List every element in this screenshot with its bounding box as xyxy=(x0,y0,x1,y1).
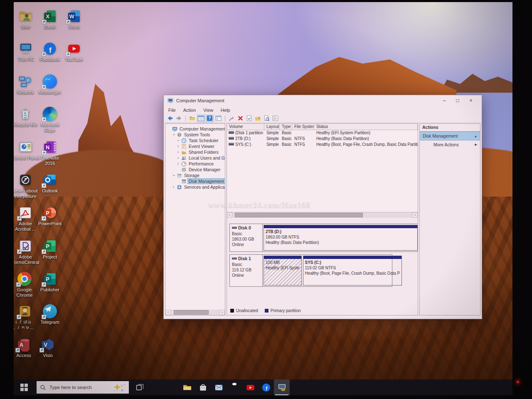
tree-item-device-manager[interactable]: Device Manager xyxy=(165,167,225,172)
taskbar-facebook[interactable]: f xyxy=(258,379,274,395)
tree-item-disk-management[interactable]: Disk Management xyxy=(165,178,225,184)
collapse-icon[interactable]: ▲ xyxy=(474,135,477,138)
menu-view[interactable]: View xyxy=(200,108,217,113)
tree-item-services-and-applications[interactable]: ›Services and Applications xyxy=(165,184,225,190)
scroll-right-icon[interactable]: › xyxy=(412,212,418,218)
column-header-file-system[interactable]: File System xyxy=(292,124,314,130)
scrollbar-thumb[interactable] xyxy=(235,213,362,217)
tree-horizontal-scrollbar[interactable]: ‹ › xyxy=(165,310,225,315)
actions-more-actions[interactable]: More Actions ▶ xyxy=(420,140,480,149)
disk-block-disk-0[interactable]: Disk 0Basic1863.00 GBOnline2TB (D:)1863.… xyxy=(229,224,418,252)
desktop-icon-khmer-app[interactable]: វេឌាឌក្រម... xyxy=(14,304,37,330)
desktop-icon-microsoft-edge[interactable]: Microsoft Edge xyxy=(37,107,62,133)
tree-item-task-scheduler[interactable]: ›Task Scheduler xyxy=(165,138,225,143)
disk-block-disk-1[interactable]: Disk 1Basic119.12 GBOnline100 MBHealthy … xyxy=(229,254,392,287)
search-doc-icon[interactable] xyxy=(263,115,270,122)
folder-up-icon[interactable] xyxy=(254,115,261,122)
scroll-left-icon[interactable]: ‹ xyxy=(165,310,171,315)
menu-file[interactable]: File xyxy=(165,108,180,113)
desktop-icon-access[interactable]: AAccess xyxy=(14,337,36,358)
scroll-left-icon[interactable]: ‹ xyxy=(227,212,232,218)
desktop-icon-outlook[interactable]: Outlook xyxy=(37,173,62,194)
desktop-icon-visio[interactable]: VVisio xyxy=(35,337,60,358)
desktop-icon-control-panel[interactable]: Control Panel xyxy=(14,140,38,161)
desktop-icon-word[interactable]: WWord xyxy=(62,9,86,30)
partition-2tb-d[interactable]: 2TB (D:)1863.00 GB NTFSHealthy (Basic Da… xyxy=(264,225,418,251)
desktop-icon-facebook[interactable]: fFacebook xyxy=(37,42,62,62)
disk-label[interactable]: Disk 1Basic119.12 GBOnline xyxy=(230,255,263,286)
desktop-icon-excel[interactable]: XExcel xyxy=(37,9,62,30)
volume-row[interactable]: SYS (C:)SimpleBasicNTFSHealthy (Boot, Pa… xyxy=(227,142,418,148)
desktop-icon-adobe-acrobat[interactable]: Adobe Acrobat ... xyxy=(14,206,38,232)
column-header-volume[interactable]: Volume xyxy=(227,124,264,130)
maximize-button[interactable]: □ xyxy=(451,98,464,103)
tree-item-local-users-and-groups[interactable]: ›Local Users and Groups xyxy=(165,155,225,161)
scrollbar-thumb[interactable] xyxy=(174,310,209,315)
properties-icon[interactable] xyxy=(272,115,279,122)
chevron-right-icon[interactable]: › xyxy=(176,150,180,154)
desktop-icon-google-chrome[interactable]: Google Chrome xyxy=(14,272,37,298)
taskbar-file-explorer[interactable] xyxy=(179,379,195,395)
scroll-right-icon[interactable]: › xyxy=(219,310,225,315)
column-header-layout[interactable]: Layout xyxy=(264,124,280,130)
desktop-icon-recycle-bin[interactable]: Recycle Bin xyxy=(14,107,38,128)
desktop-icon-network[interactable]: Network xyxy=(14,74,38,95)
folder-icon[interactable] xyxy=(189,115,196,122)
taskbar-youtube[interactable] xyxy=(242,379,258,395)
volume-row[interactable]: 2TB (D:)SimpleBasicNTFSHealthy (Basic Da… xyxy=(227,136,418,142)
search-input[interactable] xyxy=(49,384,109,390)
desktop-icon-powerpoint[interactable]: PPowerPoint xyxy=(37,206,62,227)
desktop-icon-messenger[interactable]: Messenger xyxy=(37,74,62,95)
tree-item-shared-folders[interactable]: ›Shared Folders xyxy=(165,149,225,155)
taskbar-store[interactable] xyxy=(195,379,211,395)
check-doc-icon[interactable] xyxy=(246,115,253,122)
chevron-right-icon[interactable]: › xyxy=(176,138,180,143)
partition-sys-c[interactable]: SYS (C:)119.02 GB NTFSHealthy (Boot, Pag… xyxy=(303,256,402,286)
chevron-down-icon[interactable]: › xyxy=(172,133,176,137)
delete-x-icon[interactable] xyxy=(237,115,244,122)
taskbar-computer-management[interactable] xyxy=(274,379,290,395)
console-window-icon[interactable] xyxy=(215,115,222,122)
expand-icon[interactable]: ▶ xyxy=(475,143,477,146)
desktop-icon-publisher[interactable]: PPublisher xyxy=(37,272,62,293)
tree-item-computer-management-local[interactable]: Computer Management (Local xyxy=(165,126,225,132)
back-arrow-icon[interactable] xyxy=(167,115,174,122)
export-list-icon[interactable] xyxy=(197,115,204,122)
desktop-icon-project[interactable]: PProject xyxy=(37,239,62,260)
taskbar-chrome[interactable] xyxy=(227,379,242,395)
column-header-type[interactable]: Type xyxy=(280,124,292,130)
desktop-icon-user[interactable]: User xyxy=(14,9,38,30)
tree-item-performance[interactable]: ›Performance xyxy=(165,161,225,167)
forward-arrow-icon[interactable] xyxy=(175,115,182,122)
column-header-status[interactable]: Status xyxy=(314,124,418,130)
desktop-icon-learn-about-this-picture[interactable]: Learn about this picture xyxy=(14,173,38,199)
desktop-icon-onenote[interactable]: NOneNote 2016 xyxy=(37,140,62,166)
desktop-icon-youtube[interactable]: YouTube xyxy=(62,42,86,62)
desktop-icon-telegram[interactable]: Telegram xyxy=(37,304,62,325)
taskbar-search[interactable] xyxy=(37,381,129,394)
taskbar-task-view[interactable] xyxy=(132,379,148,395)
minimize-button[interactable]: – xyxy=(438,98,451,103)
chevron-right-icon[interactable]: › xyxy=(176,156,180,160)
actions-disk-management[interactable]: Disk Management ▲ xyxy=(420,132,480,140)
desktop-icon-this-pc[interactable]: This PC xyxy=(14,42,38,62)
chevron-right-icon[interactable]: › xyxy=(176,162,180,166)
tree-item-storage[interactable]: ›Storage xyxy=(165,172,225,178)
volume-row[interactable]: (Disk 1 partition 2)SimpleBasicHealthy (… xyxy=(227,130,418,136)
taskbar-mail[interactable] xyxy=(211,379,227,395)
window-titlebar[interactable]: Computer Management – □ × xyxy=(164,95,482,106)
chevron-right-icon[interactable]: › xyxy=(176,144,180,148)
desktop-icon-adobe-formscentral[interactable]: Adobe FormsCentral xyxy=(14,239,38,265)
tree-item-event-viewer[interactable]: ›Event Viewer xyxy=(165,143,225,149)
chevron-right-icon[interactable]: › xyxy=(172,185,175,189)
tree-item-system-tools[interactable]: ›System Tools xyxy=(165,132,225,138)
help-icon[interactable]: ? xyxy=(206,115,213,122)
disk-label[interactable]: Disk 0Basic1863.00 GBOnline xyxy=(230,224,263,251)
start-button[interactable] xyxy=(14,379,34,395)
chevron-down-icon[interactable]: › xyxy=(172,174,176,177)
taskbar-copilot[interactable] xyxy=(148,379,163,395)
partition-efi[interactable]: 100 MBHealthy (EFI Syste xyxy=(264,256,302,286)
close-button[interactable]: × xyxy=(464,98,478,103)
screwdriver-icon[interactable] xyxy=(228,115,235,122)
volume-list-scrollbar[interactable]: ‹ › xyxy=(227,212,418,218)
